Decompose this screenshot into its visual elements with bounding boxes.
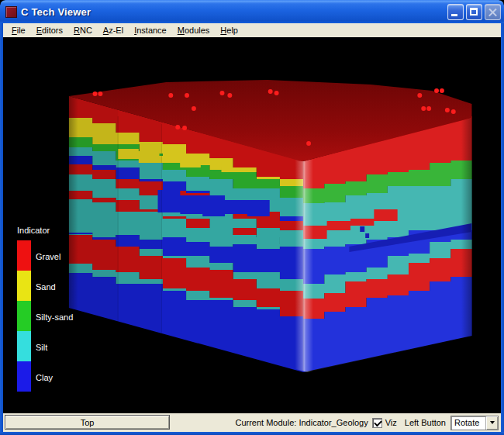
close-button (485, 4, 501, 20)
mouse-mode-dropdown[interactable]: Rotate (450, 416, 499, 430)
top-view-button[interactable]: Top (5, 415, 170, 430)
minimize-button[interactable] (447, 4, 464, 20)
menu-item-instance[interactable]: Instance (129, 24, 172, 37)
window-border-bottom (0, 432, 504, 435)
maximize-button[interactable] (466, 4, 482, 20)
close-icon (485, 5, 500, 19)
geology-3d-view[interactable] (3, 37, 501, 413)
menu-item-modules[interactable]: Modules (172, 24, 216, 37)
left-button-label: Left Button (405, 418, 446, 427)
menu-item-editors[interactable]: Editors (31, 24, 68, 37)
legend-labels: GravelSandSilty-sandSiltClay (36, 240, 73, 392)
window-controls (447, 4, 501, 20)
legend-swatch-gravel (17, 240, 31, 271)
legend-label-gravel: Gravel (36, 240, 73, 271)
mouse-mode-value: Rotate (451, 418, 485, 427)
menu-bar: FileEditorsRNCAz-ElInstanceModulesHelp (3, 23, 501, 37)
app-window: C Tech Viewer FileEditorsRNCAz-ElInstanc… (0, 0, 504, 435)
legend-swatch-sand (17, 271, 31, 301)
legend-label-sand: Sand (36, 271, 73, 301)
legend-color-bar (17, 240, 31, 392)
legend-title: Indicator (17, 226, 73, 235)
dropdown-arrow-icon[interactable] (485, 416, 498, 430)
legend-label-silt: Silt (36, 331, 73, 361)
app-icon[interactable] (5, 6, 17, 18)
viz-label: Viz (385, 418, 397, 427)
color-legend: Indicator GravelSandSilty-sandSiltClay (17, 226, 73, 392)
legend-label-silty-sand: Silty-sand (36, 301, 73, 331)
legend-swatch-silt (17, 331, 31, 361)
maximize-icon (470, 8, 478, 16)
current-module-label: Current Module: Indicator_Geology (235, 418, 368, 427)
viz-checkbox[interactable] (372, 418, 382, 428)
status-bar: Top Current Module: Indicator_Geology Vi… (3, 413, 501, 432)
menu-item-rnc[interactable]: RNC (68, 24, 98, 37)
viewport-3d[interactable]: Indicator GravelSandSilty-sandSiltClay (3, 37, 501, 413)
window-title: C Tech Viewer (21, 6, 91, 18)
legend-swatch-clay (17, 361, 31, 392)
menu-item-file[interactable]: File (6, 24, 31, 37)
legend-label-clay: Clay (36, 361, 73, 392)
menu-item-az-el[interactable]: Az-El (98, 24, 129, 37)
legend-swatch-silty-sand (17, 301, 31, 331)
menu-item-help[interactable]: Help (215, 24, 243, 37)
title-bar[interactable]: C Tech Viewer (0, 0, 504, 23)
window-border-right (501, 23, 504, 435)
minimize-icon (451, 14, 457, 16)
